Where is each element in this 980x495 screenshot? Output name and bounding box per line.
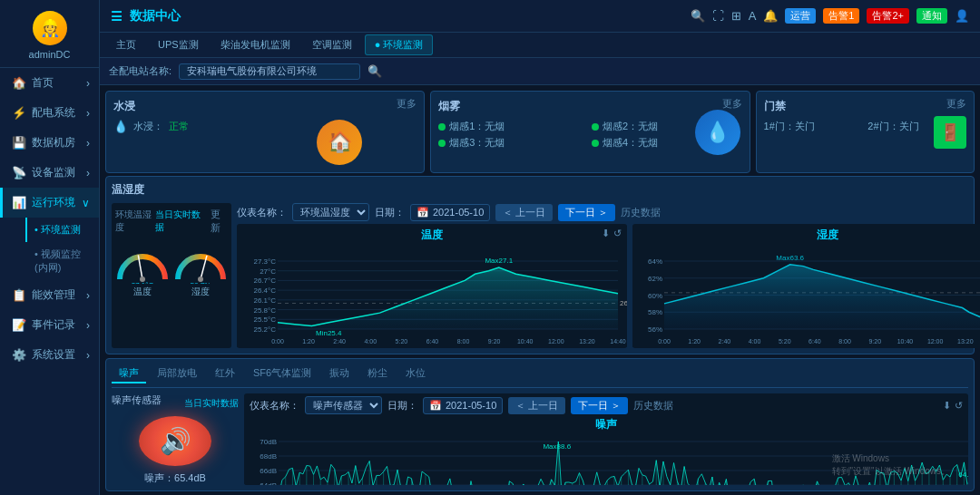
noise-section: 噪声 局部放电 红外 SF6气体监测 振动 粉尘 水位 噪声传感器 当日实时数据… [105, 358, 975, 491]
sensor-select[interactable]: 环境温湿度 [292, 203, 369, 221]
watermark: 激活 Windows转到"设置"以激活 Windows。 [832, 452, 950, 478]
badge-ops: 运营 [785, 8, 816, 24]
events-icon: 📝 [12, 318, 26, 332]
user-icon[interactable]: 👤 [955, 9, 969, 23]
page-title: 数据中心 [130, 8, 181, 24]
gauge-humidity: 56.7% 湿度 [173, 238, 228, 345]
door-more-link[interactable]: 更多 [946, 97, 966, 111]
update-button[interactable]: 更新 [203, 207, 228, 236]
user-profile: 👷 adminDC [0, 0, 99, 68]
download-icon[interactable]: ⬇ [602, 228, 610, 239]
tab-vibration[interactable]: 振动 [322, 364, 357, 383]
noise-chart-icons: ⬇ ↺ [943, 400, 963, 412]
tab-sf6[interactable]: SF6气体监测 [246, 364, 318, 383]
noise-gauge-header: 噪声传感器 当日实时数据 [112, 393, 239, 412]
tab-noise[interactable]: 噪声 [112, 364, 146, 383]
sidebar-sub-video[interactable]: • 视频监控(内网) [25, 242, 99, 280]
badge-notify: 通知 [916, 8, 947, 24]
tab-environment[interactable]: ● 环境监测 [365, 34, 434, 55]
temperature-canvas [237, 243, 627, 347]
noise-calendar-icon: 📅 [429, 400, 442, 412]
water-panel: 水浸 更多 💧 水浸： 正常 🏠 [105, 91, 425, 173]
tab-infrared[interactable]: 红外 [208, 364, 242, 383]
water-status-label: 水浸： [133, 120, 163, 133]
date-picker[interactable]: 📅 2021-05-10 [410, 204, 490, 221]
door-2-label: 2#门：关门 [867, 121, 918, 131]
history-link[interactable]: 历史数据 [621, 206, 661, 219]
water-status-value: 正常 [169, 120, 189, 133]
charts-row: 温度 ⬇ ↺ 湿度 ⬇ ↺ [237, 224, 980, 348]
tab-waterlevel[interactable]: 水位 [398, 364, 433, 383]
chevron-icon-efficiency: › [86, 289, 90, 302]
noise-prev-day-button[interactable]: ＜ 上一日 [508, 397, 565, 414]
expand-icon[interactable]: ⛶ [712, 9, 724, 23]
noise-date-label: 日期： [387, 399, 417, 412]
nav-tabs: 主页 UPS监测 柴油发电机监测 空调监测 ● 环境监测 [100, 33, 980, 58]
svg-text:56.7%: 56.7% [191, 281, 211, 284]
search-icon[interactable]: 🔍 [691, 9, 705, 23]
sidebar-label-home: 首页 [32, 75, 54, 91]
noise-gauge-title: 噪声传感器 [112, 393, 162, 407]
font-icon[interactable]: A [749, 9, 757, 23]
sidebar-item-env[interactable]: 📊 运行环境 ∨ [0, 188, 99, 218]
svg-text:27.1°C: 27.1°C [132, 281, 154, 284]
noise-sensor-select[interactable]: 噪声传感器 [305, 396, 382, 414]
sidebar-label-datacenter: 数据机房 [32, 135, 75, 150]
settings-icon: ⚙️ [12, 348, 26, 362]
noise-tabs: 噪声 局部放电 红外 SF6气体监测 振动 粉尘 水位 [112, 364, 968, 388]
sidebar-item-power[interactable]: ⚡ 配电系统 › [0, 98, 99, 128]
sidebar-label-device: 设备监测 [32, 165, 75, 180]
badge-alarm1: 告警1 [823, 8, 859, 24]
noise-realtime-label: 当日实时数据 [184, 397, 239, 410]
sidebar-item-home[interactable]: 🏠 首页 › [0, 68, 99, 98]
door-panel-title: 门禁 [764, 99, 966, 114]
temp-section-header: 温湿度 [112, 182, 968, 198]
tab-home[interactable]: 主页 [107, 35, 145, 54]
chevron-icon-device: › [86, 167, 90, 180]
sidebar-menu: 🏠 首页 › ⚡ 配电系统 › 💾 数据机房 › 📡 设备监测 › [0, 68, 99, 495]
sidebar-sub-label-envmonitor: 环境监测 [41, 224, 81, 235]
tab-ups[interactable]: UPS监测 [149, 35, 208, 54]
house-icon: 🏠 [328, 131, 352, 154]
water-more-link[interactable]: 更多 [397, 97, 416, 111]
sidebar-item-efficiency[interactable]: 📋 能效管理 › [0, 280, 99, 310]
tab-hvac[interactable]: 空调监测 [303, 35, 361, 54]
sidebar-item-device[interactable]: 📡 设备监测 › [0, 158, 99, 188]
noise-content: 噪声传感器 当日实时数据 🔊 噪声：65.4dB 仪表名称： 噪声传感器 日期： [112, 393, 968, 485]
filter-search-button[interactable]: 🔍 [368, 64, 382, 78]
header-title-group: ☰ 数据中心 [111, 8, 181, 24]
noise-next-day-button[interactable]: 下一日 ＞ [571, 397, 628, 414]
bell-icon[interactable]: 🔔 [763, 9, 778, 23]
gauge-subtitle: 环境温湿度 [115, 209, 155, 234]
sensor-name-label: 仪表名称： [237, 206, 287, 219]
next-day-button[interactable]: 下一日 ＞ [558, 204, 615, 221]
sidebar-sub-envmonitor[interactable]: • 环境监测 [25, 218, 99, 242]
prev-day-button[interactable]: ＜ 上一日 [495, 204, 553, 221]
chevron-icon-settings: › [86, 349, 90, 362]
grid-icon[interactable]: ⊞ [731, 9, 741, 23]
filter-bar: 全配电站名称: 🔍 [100, 58, 980, 85]
sidebar-item-datacenter[interactable]: 💾 数据机房 › [0, 128, 99, 158]
humidity-canvas [632, 243, 980, 347]
filter-label: 全配电站名称: [109, 64, 172, 78]
filter-input[interactable] [179, 63, 360, 80]
gauge-header: 环境温湿度 当日实时数据 更新 [115, 207, 228, 236]
noise-chart-title: 噪声 [244, 417, 968, 432]
smoke-dot-2 [592, 123, 599, 131]
tab-dust[interactable]: 粉尘 [360, 364, 395, 383]
noise-download-icon[interactable]: ⬇ [943, 400, 951, 412]
tab-partial-discharge[interactable]: 局部放电 [150, 364, 204, 383]
noise-date-picker[interactable]: 📅 2021-05-10 [423, 397, 503, 414]
temperature-chart: 温度 ⬇ ↺ [237, 224, 627, 348]
water-panel-title: 水浸 [113, 99, 416, 114]
refresh-icon[interactable]: ↺ [613, 228, 622, 239]
temp-chart-title: 温度 [237, 224, 627, 243]
noise-history-link[interactable]: 历史数据 [633, 399, 673, 412]
chevron-icon-events: › [86, 319, 90, 332]
tab-diesel[interactable]: 柴油发电机监测 [211, 35, 299, 54]
noise-refresh-icon[interactable]: ↺ [955, 400, 963, 412]
sidebar-item-settings[interactable]: ⚙️ 系统设置 › [0, 340, 99, 370]
door-icon-area: 🚪 [934, 116, 966, 149]
sidebar-item-events[interactable]: 📝 事件记录 › [0, 310, 99, 340]
smoke-dot-3 [438, 140, 446, 147]
